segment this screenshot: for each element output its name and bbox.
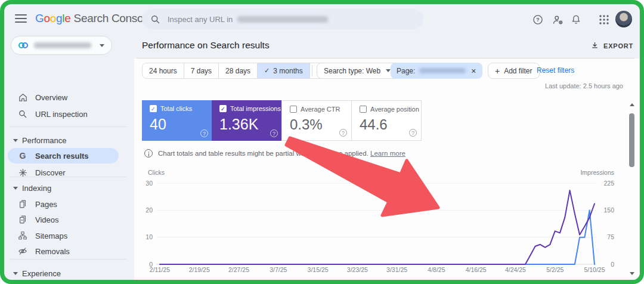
sidebar-item-overview[interactable]: Overview	[4, 89, 134, 105]
date-tab-3-months-selected[interactable]: ✓3 months	[258, 63, 310, 78]
export-button[interactable]: EXPORT	[590, 41, 633, 50]
svg-text:Clicks: Clicks	[148, 169, 165, 176]
svg-text:3/31/25: 3/31/25	[386, 266, 407, 273]
logo-letter: G	[35, 12, 44, 24]
scroll-down-arrow[interactable]	[630, 272, 634, 275]
svg-text:5/10/25: 5/10/25	[584, 266, 605, 273]
chevron-down-icon	[13, 187, 18, 190]
svg-text:20: 20	[145, 206, 153, 214]
svg-text:225: 225	[603, 180, 614, 187]
app-logo[interactable]: GoogleSearch Console	[35, 12, 152, 25]
total-impressions-card[interactable]: ✓Total impressions 1.36K ?	[212, 100, 282, 141]
svg-text:75: 75	[607, 233, 614, 240]
help-icon[interactable]: ?	[531, 13, 545, 27]
chevron-down-icon	[13, 139, 18, 142]
svg-text:150: 150	[603, 206, 614, 214]
sidebar-item-url-inspection[interactable]: URL inspection	[4, 106, 134, 122]
product-name: Search Console	[74, 12, 152, 24]
search-placeholder: Inspect any URL in	[168, 15, 233, 24]
app-window: GoogleSearch Console Inspect any URL in …	[4, 4, 640, 280]
chevron-down-icon	[386, 69, 391, 72]
checkbox-checked-icon[interactable]: ✓	[219, 105, 227, 112]
user-settings-icon[interactable]	[550, 13, 565, 27]
svg-text:0: 0	[611, 261, 614, 268]
performance-chart: ClicksImpressions01020300751502252/11/25…	[143, 169, 620, 280]
logo-letter: o	[50, 12, 56, 24]
page-filter-chip[interactable]: Page: ×	[391, 63, 482, 79]
reset-filters-link[interactable]: Reset filters	[537, 66, 574, 75]
help-icon[interactable]: ?	[200, 129, 208, 137]
sidebar-section-performance[interactable]: Performance	[4, 133, 134, 147]
videos-icon	[17, 214, 28, 225]
svg-text:4/16/25: 4/16/25	[466, 266, 487, 273]
vertical-scrollbar	[627, 98, 637, 279]
sitemaps-icon	[17, 230, 28, 241]
help-icon[interactable]: ?	[409, 129, 417, 137]
svg-text:3/23/25: 3/23/25	[347, 266, 368, 273]
search-type-dropdown[interactable]: Search type: Web	[317, 63, 398, 79]
search-icon	[150, 14, 160, 24]
sidebar-item-pages[interactable]: Pages	[4, 196, 134, 212]
sidebar-section-indexing[interactable]: Indexing	[4, 181, 134, 195]
pages-icon	[17, 199, 28, 209]
help-icon[interactable]: ?	[339, 129, 347, 137]
scrollbar-thumb[interactable]	[629, 113, 634, 167]
divider	[312, 65, 312, 76]
svg-text:5/2/25: 5/2/25	[546, 266, 564, 273]
svg-text:30: 30	[145, 180, 153, 187]
page-title: Performance on Search results	[142, 40, 270, 51]
checkbox-checked-icon[interactable]: ✓	[150, 105, 157, 112]
property-logo-icon	[18, 42, 28, 49]
average-ctr-card[interactable]: Average CTR 0.3% ?	[281, 100, 352, 141]
sidebar: Overview URL inspection Performance G Se…	[4, 34, 134, 280]
checkbox-unchecked-icon[interactable]	[360, 106, 367, 113]
redacted-page-filter-value	[419, 68, 466, 73]
svg-text:2/27/25: 2/27/25	[228, 266, 249, 273]
help-icon[interactable]: ?	[270, 129, 278, 137]
eye-off-icon	[17, 246, 28, 257]
search-icon	[17, 109, 28, 119]
close-icon[interactable]: ×	[471, 66, 476, 76]
sidebar-item-removals[interactable]: Removals	[4, 243, 134, 259]
sidebar-item-videos[interactable]: Videos	[4, 212, 134, 227]
checkbox-unchecked-icon[interactable]	[290, 106, 297, 113]
logo-letter: g	[56, 12, 62, 24]
check-icon: ✓	[264, 67, 270, 75]
divider	[137, 58, 635, 58]
date-tab-7-days[interactable]: 7 days	[184, 63, 219, 78]
sidebar-section-experience[interactable]: Experience	[4, 266, 134, 280]
apps-grid-icon[interactable]	[597, 13, 611, 27]
home-icon	[17, 92, 28, 103]
notifications-bell-icon[interactable]	[569, 13, 583, 27]
g-icon: G	[17, 150, 28, 161]
partial-data-notice: Chart totals and table results might be …	[144, 149, 405, 158]
total-clicks-card[interactable]: ✓Total clicks 40 ?	[142, 100, 212, 141]
learn-more-link[interactable]: Learn more	[370, 150, 405, 157]
add-filter-button[interactable]: +Add filter	[488, 63, 540, 79]
sidebar-divider	[10, 126, 127, 127]
date-tab-24-hours[interactable]: 24 hours	[143, 63, 184, 78]
scroll-up-arrow[interactable]	[630, 103, 634, 106]
avatar[interactable]	[615, 11, 632, 27]
url-inspect-search-input[interactable]: Inspect any URL in	[142, 9, 423, 29]
chevron-down-icon	[13, 272, 18, 275]
average-position-card[interactable]: Average position 44.6 ?	[351, 100, 422, 141]
svg-text:4/24/25: 4/24/25	[505, 266, 526, 273]
date-tab-28-days[interactable]: 28 days	[219, 63, 258, 78]
menu-icon[interactable]	[15, 14, 28, 24]
sidebar-item-search-results[interactable]: G Search results	[8, 148, 119, 163]
property-selector[interactable]	[11, 36, 112, 55]
svg-text:3/7/25: 3/7/25	[270, 266, 287, 273]
green-annotation-frame: GoogleSearch Console Inspect any URL in …	[0, 0, 644, 284]
svg-text:?: ?	[536, 17, 539, 23]
logo-letter: o	[44, 12, 49, 24]
sidebar-item-sitemaps[interactable]: Sitemaps	[4, 228, 134, 243]
svg-text:2/19/25: 2/19/25	[189, 266, 210, 273]
sidebar-divider	[10, 259, 127, 260]
svg-text:3/15/25: 3/15/25	[308, 266, 329, 273]
svg-text:10: 10	[145, 233, 153, 240]
chevron-down-icon	[100, 44, 104, 47]
sidebar-item-discover[interactable]: Discover	[4, 165, 134, 180]
metric-cards-row: ✓Total clicks 40 ? ✓Total impressions 1.…	[142, 100, 422, 141]
redacted-property-label	[34, 42, 91, 48]
